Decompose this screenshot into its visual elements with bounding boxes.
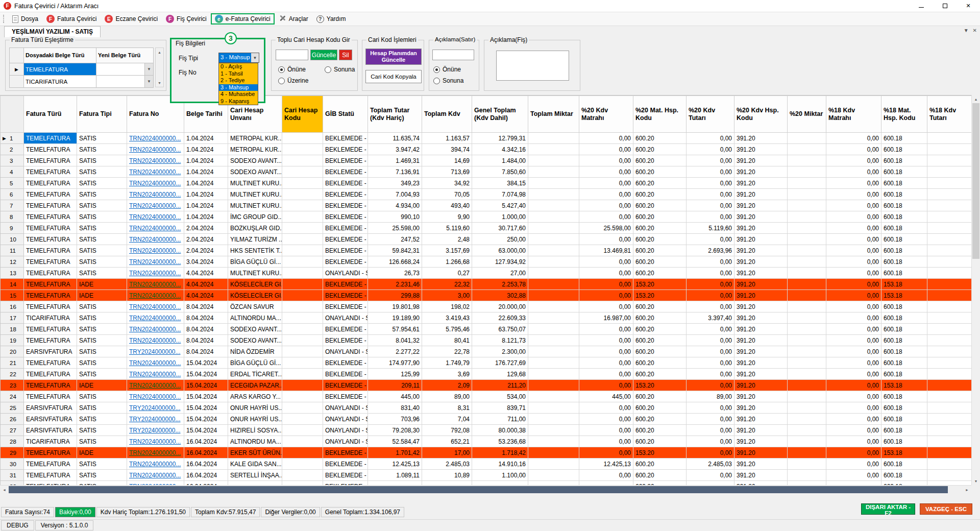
grid-cell[interactable]: 1.266,68 [422, 256, 472, 268]
grid-cell[interactable] [927, 144, 972, 155]
grid-cell[interactable]: 1.04.2024 [184, 133, 228, 144]
grid-cell[interactable] [927, 234, 972, 245]
grid-cell[interactable]: 20.000,00 [472, 301, 528, 312]
grid-cell[interactable]: 0,00 [826, 245, 881, 256]
grid-cell[interactable] [927, 357, 972, 369]
close-button[interactable]: ✕ [957, 0, 980, 12]
row-header[interactable]: 23 [1, 380, 24, 391]
grid-cell[interactable]: TEMELFATURA [24, 178, 77, 189]
row-header[interactable]: ▶1 [1, 133, 24, 144]
grid-cell[interactable] [282, 357, 323, 369]
fis-tipi-select[interactable]: 3 - Mahsup ▼ [218, 53, 259, 63]
grid-cell[interactable]: 600.20 [633, 268, 687, 279]
table-row[interactable]: 11TEMELFATURASATISTRN2024000000...2.04.2… [1, 245, 972, 256]
grid-cell[interactable]: 153.20 [633, 447, 687, 458]
grid-cell[interactable]: 600.18 [881, 144, 927, 155]
grid-cell[interactable]: SATIS [77, 245, 127, 256]
grid-cell[interactable]: 0,00 [826, 155, 881, 166]
grid-cell[interactable]: 0,00 [579, 425, 633, 436]
grid-cell[interactable] [788, 234, 826, 245]
grid-cell[interactable]: 126.668,24 [368, 256, 422, 268]
grid-cell[interactable] [282, 335, 323, 346]
grid-cell[interactable]: 2.231,46 [368, 279, 422, 290]
grid-cell[interactable]: TEMELFATURA [24, 155, 77, 166]
grid-cell[interactable] [528, 346, 579, 357]
grid-cell[interactable] [788, 470, 826, 481]
grid-cell[interactable]: 600.20 [633, 200, 687, 211]
grid-cell[interactable]: 2.04.2024 [184, 223, 228, 234]
grid-cell[interactable]: 600.18 [881, 245, 927, 256]
grid-cell[interactable]: 0,00 [826, 324, 881, 335]
grid-cell[interactable]: 0,00 [687, 414, 734, 425]
grid-cell[interactable]: 1.484,00 [472, 155, 528, 166]
grid-cell[interactable] [528, 268, 579, 279]
grid-cell[interactable]: 0,00 [826, 312, 881, 324]
grid-cell[interactable]: 14,69 [422, 155, 472, 166]
grid-cell[interactable]: 600.18 [881, 312, 927, 324]
grid-cell[interactable]: TICARIFATURA [24, 436, 77, 447]
grid-cell[interactable]: 0,00 [826, 458, 881, 470]
grid-cell[interactable]: 3.419,43 [422, 312, 472, 324]
grid-cell[interactable]: 600.18 [881, 402, 927, 414]
grid-cell[interactable]: 391.20 [734, 200, 788, 211]
grid-cell[interactable]: TEMELFATURA [24, 324, 77, 335]
table-row[interactable]: 7TEMELFATURASATISTRN2024000000...1.04.20… [1, 200, 972, 211]
grid-cell[interactable]: 0,00 [687, 144, 734, 155]
table-row[interactable]: 29TEMELFATURAIADETRN2024000000...16.04.2… [1, 447, 972, 458]
grid-cell[interactable]: 0,00 [579, 290, 633, 301]
table-row[interactable]: 5TEMELFATURASATISTRN2024000000...1.04.20… [1, 178, 972, 189]
grid-cell[interactable]: 1.04.2024 [184, 144, 228, 155]
grid-cell[interactable]: SATIS [77, 481, 127, 486]
grid-cell[interactable]: IADE [77, 380, 127, 391]
invoice-no-link[interactable]: TRN2024000000... [129, 213, 181, 221]
invoice-no-cell[interactable]: TRY2024000000... [127, 402, 184, 414]
grid-cell[interactable]: 0,00 [826, 211, 881, 223]
grid-cell[interactable]: 2.253,78 [472, 279, 528, 290]
grid-cell[interactable]: 57.954,61 [368, 324, 422, 335]
grid-cell[interactable]: BEKLEMEDE - SA... [323, 391, 368, 402]
grid-cell[interactable]: 3.947,42 [368, 144, 422, 155]
grid-cell[interactable]: 600.18 [881, 301, 927, 312]
grid-cell[interactable] [528, 324, 579, 335]
table-row[interactable]: 6TEMELFATURASATISTRN2024000000...1.04.20… [1, 189, 972, 200]
grid-cell[interactable] [788, 223, 826, 234]
grid-cell[interactable] [528, 245, 579, 256]
grid-cell[interactable]: 0,00 [687, 200, 734, 211]
grid-cell[interactable]: 0,00 [826, 256, 881, 268]
grid-cell[interactable]: 0,00 [579, 144, 633, 155]
grid-cell[interactable]: 391.20 [734, 470, 788, 481]
aciklama-fis-textarea[interactable] [496, 51, 569, 81]
grid-cell[interactable] [788, 481, 826, 486]
table-row[interactable]: 18TEMELFATURASATISTRN2024000000...8.04.2… [1, 324, 972, 335]
grid-cell[interactable] [788, 447, 826, 458]
grid-cell[interactable]: SATIS [77, 223, 127, 234]
grid-cell[interactable] [927, 324, 972, 335]
grid-cell[interactable]: 391.20 [734, 155, 788, 166]
grid-cell[interactable] [528, 380, 579, 391]
grid-cell[interactable]: TEMELFATURA [24, 279, 77, 290]
grid-cell[interactable]: 600.20 [633, 211, 687, 223]
grid-cell[interactable]: 600.18 [881, 458, 927, 470]
grid-cell[interactable]: SODEXO AVANT... [228, 324, 282, 335]
grid-cell[interactable]: TEMELFATURA [24, 211, 77, 223]
grid-cell[interactable]: 8.04.2024 [184, 335, 228, 346]
grid-cell[interactable]: 349,23 [368, 178, 422, 189]
grid-cell[interactable]: 0,00 [687, 166, 734, 178]
grid-cell[interactable]: 0,00 [579, 335, 633, 346]
grid-cell[interactable]: TEMELFATURA [24, 268, 77, 279]
grid-cell[interactable]: 600.20 [633, 223, 687, 234]
radio-onune[interactable]: Önüne [278, 66, 306, 73]
grid-cell[interactable] [282, 402, 323, 414]
scroll-track[interactable] [948, 486, 963, 494]
grid-cell[interactable]: 600.18 [881, 189, 927, 200]
row-header[interactable]: 30 [1, 458, 24, 470]
grid-cell[interactable]: 0,00 [579, 211, 633, 223]
invoice-no-link[interactable]: TRN2024000000... [129, 382, 181, 389]
grid-cell[interactable] [927, 380, 972, 391]
row-header[interactable]: 10 [1, 234, 24, 245]
grid-cell[interactable]: 0,00 [579, 436, 633, 447]
grid-column-header[interactable]: Fatura Tipi [77, 96, 127, 133]
grid-cell[interactable]: 0,00 [826, 200, 881, 211]
grid-cell[interactable]: 391.20 [734, 425, 788, 436]
grid-cell[interactable]: 391.20 [734, 245, 788, 256]
